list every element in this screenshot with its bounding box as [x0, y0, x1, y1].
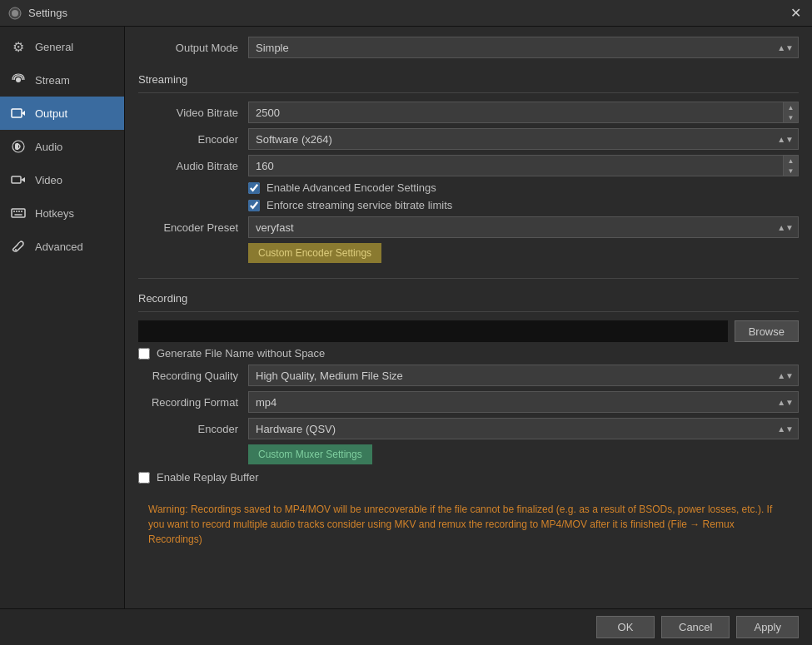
sidebar-item-audio[interactable]: Audio	[0, 130, 124, 163]
recording-format-label: Recording Format	[138, 396, 238, 409]
sidebar-label-stream: Stream	[35, 74, 70, 87]
bottom-bar: OK Cancel Apply	[0, 608, 812, 645]
sidebar-label-advanced: Advanced	[35, 241, 83, 253]
recording-format-row: Recording Format mp4 mkv mov flv ▲▼	[138, 391, 799, 413]
sidebar-item-stream[interactable]: Stream	[0, 63, 124, 97]
cancel-button[interactable]: Cancel	[661, 616, 730, 638]
browse-button[interactable]: Browse	[735, 320, 799, 342]
svg-point-14	[15, 249, 17, 251]
content-area: Output Mode Simple Advanced ▲▼ Streaming…	[125, 27, 812, 608]
video-bitrate-down[interactable]: ▼	[784, 112, 798, 122]
sidebar-item-general[interactable]: ⚙ General	[0, 30, 124, 63]
recording-path-redacted	[138, 320, 728, 342]
video-bitrate-input[interactable]	[248, 102, 799, 123]
main-layout: ⚙ General Stream Output Audio Video	[0, 27, 812, 608]
sidebar-item-video[interactable]: Video	[0, 163, 124, 196]
sidebar-label-video: Video	[35, 174, 62, 186]
custom-encoder-button[interactable]: Custom Encoder Settings	[248, 243, 381, 263]
svg-rect-3	[12, 109, 22, 117]
enable-advanced-row: Enable Advanced Encoder Settings	[138, 181, 799, 194]
output-mode-label: Output Mode	[138, 42, 238, 54]
encoder-preset-select-wrapper: veryfast fast medium slow ▲▼	[248, 216, 799, 238]
output-mode-select-wrapper: Simple Advanced ▲▼	[248, 37, 799, 58]
recording-format-select-wrapper: mp4 mkv mov flv ▲▼	[248, 391, 799, 413]
keyboard-icon	[10, 205, 27, 221]
generate-filename-label[interactable]: Generate File Name without Space	[157, 347, 325, 360]
output-icon	[10, 105, 27, 122]
generate-filename-row: Generate File Name without Space	[138, 347, 799, 360]
sidebar: ⚙ General Stream Output Audio Video	[0, 27, 125, 608]
audio-bitrate-input[interactable]	[248, 155, 799, 176]
audio-bitrate-up[interactable]: ▲	[784, 156, 798, 166]
enforce-streaming-checkbox[interactable]	[248, 200, 260, 211]
recording-quality-select[interactable]: High Quality, Medium File Size Indisting…	[248, 365, 799, 386]
video-bitrate-spinbox: ▲ ▼	[248, 102, 799, 123]
encoder-preset-row: Encoder Preset veryfast fast medium slow…	[138, 216, 799, 238]
sidebar-item-hotkeys[interactable]: Hotkeys	[0, 196, 124, 230]
rec-encoder-label: Encoder	[138, 423, 238, 435]
audio-bitrate-label: Audio Bitrate	[138, 160, 238, 172]
video-icon	[10, 171, 27, 188]
video-bitrate-arrows: ▲ ▼	[783, 102, 798, 122]
sidebar-label-hotkeys: Hotkeys	[35, 207, 74, 220]
recording-quality-row: Recording Quality High Quality, Medium F…	[138, 365, 799, 386]
stream-encoder-row: Encoder Software (x264) Hardware (NVENC)…	[138, 128, 799, 150]
enable-advanced-checkbox[interactable]	[248, 182, 260, 194]
enable-replay-buffer-label[interactable]: Enable Replay Buffer	[157, 471, 259, 484]
output-mode-select[interactable]: Simple Advanced	[248, 37, 799, 58]
audio-bitrate-spinbox: ▲ ▼	[248, 155, 799, 176]
enforce-streaming-row: Enforce streaming service bitrate limits	[138, 199, 799, 211]
svg-rect-6	[12, 176, 21, 183]
window-title: Settings	[28, 7, 67, 19]
svg-point-1	[12, 10, 18, 17]
sidebar-label-audio: Audio	[35, 141, 62, 153]
recording-format-select[interactable]: mp4 mkv mov flv	[248, 391, 799, 413]
sidebar-label-output: Output	[35, 107, 67, 120]
audio-bitrate-down[interactable]: ▼	[784, 166, 798, 176]
app-icon	[8, 7, 22, 20]
wrench-icon	[10, 238, 27, 255]
stream-encoder-select[interactable]: Software (x264) Hardware (NVENC) Hardwar…	[248, 128, 799, 150]
title-bar: Settings ✕	[0, 0, 812, 27]
stream-icon	[10, 72, 27, 88]
section-divider-1	[138, 278, 799, 279]
recording-section-header: Recording	[138, 287, 799, 312]
enable-replay-buffer-checkbox[interactable]	[138, 472, 150, 484]
warning-text: Warning: Recordings saved to MP4/MOV wil…	[148, 504, 772, 545]
streaming-section-header: Streaming	[138, 68, 799, 93]
custom-muxer-button[interactable]: Custom Muxer Settings	[248, 444, 372, 464]
enable-advanced-label[interactable]: Enable Advanced Encoder Settings	[267, 181, 436, 194]
enforce-streaming-label[interactable]: Enforce streaming service bitrate limits	[267, 199, 452, 211]
ok-button[interactable]: OK	[596, 616, 655, 638]
audio-bitrate-row: Audio Bitrate ▲ ▼	[138, 155, 799, 176]
warning-box: Warning: Recordings saved to MP4/MOV wil…	[138, 494, 799, 555]
video-bitrate-label: Video Bitrate	[138, 107, 238, 119]
close-button[interactable]: ✕	[787, 5, 804, 22]
svg-rect-8	[12, 209, 25, 217]
apply-button[interactable]: Apply	[736, 616, 799, 638]
video-bitrate-row: Video Bitrate ▲ ▼	[138, 102, 799, 123]
generate-filename-checkbox[interactable]	[138, 348, 150, 360]
rec-encoder-row: Encoder Hardware (QSV) Software (x264) H…	[138, 418, 799, 439]
encoder-preset-select[interactable]: veryfast fast medium slow	[248, 216, 799, 238]
sidebar-item-output[interactable]: Output	[0, 97, 124, 130]
svg-point-2	[16, 77, 21, 82]
sidebar-item-advanced[interactable]: Advanced	[0, 230, 124, 263]
gear-icon: ⚙	[10, 38, 27, 55]
enable-replay-buffer-row: Enable Replay Buffer	[138, 471, 799, 484]
video-bitrate-up[interactable]: ▲	[784, 102, 798, 112]
audio-bitrate-arrows: ▲ ▼	[783, 156, 798, 176]
stream-encoder-label: Encoder	[138, 133, 238, 146]
stream-encoder-select-wrapper: Software (x264) Hardware (NVENC) Hardwar…	[248, 128, 799, 150]
title-bar-left: Settings	[8, 7, 67, 20]
rec-encoder-select-wrapper: Hardware (QSV) Software (x264) Hardware …	[248, 418, 799, 439]
recording-quality-label: Recording Quality	[138, 370, 238, 382]
output-mode-row: Output Mode Simple Advanced ▲▼	[138, 37, 799, 58]
recording-path-row: Browse	[138, 320, 799, 342]
sidebar-label-general: General	[35, 41, 73, 53]
rec-encoder-select[interactable]: Hardware (QSV) Software (x264) Hardware …	[248, 418, 799, 439]
recording-quality-select-wrapper: High Quality, Medium File Size Indisting…	[248, 365, 799, 386]
audio-icon	[10, 138, 27, 155]
encoder-preset-label: Encoder Preset	[138, 221, 238, 234]
